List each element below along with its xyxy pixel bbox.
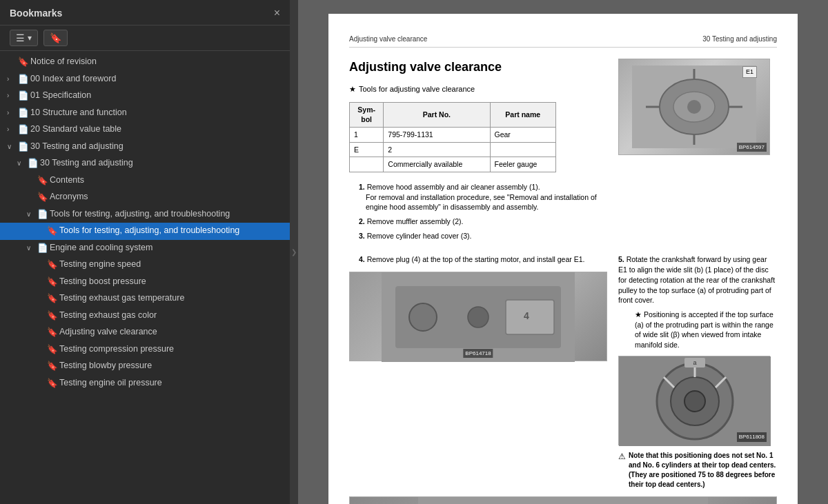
- tree-item-exhaust-temp[interactable]: 🔖 Testing exhaust gas temperature: [0, 290, 290, 308]
- chevron-right-icon: ›: [7, 108, 17, 118]
- svg-point-17: [684, 391, 705, 412]
- tree-item-30-sub[interactable]: ∨ 📄 30 Testing and adjusting: [0, 155, 290, 172]
- image-badge-1: BP614597: [737, 143, 767, 152]
- page-icon: 📄: [18, 90, 28, 103]
- tree-item-label: 30 Testing and adjusting: [40, 157, 286, 170]
- cell-partno: Commercially available: [384, 157, 490, 172]
- tree-item-engine-speed[interactable]: 🔖 Testing engine speed: [0, 256, 290, 274]
- step5-right-col: 5. Rotate the crankshaft forward by usin…: [618, 254, 777, 489]
- document-container[interactable]: Adjusting valve clearance 30 Testing and…: [298, 0, 828, 504]
- tree-item-engine-oil[interactable]: 🔖 Testing engine oil pressure: [0, 375, 290, 392]
- cell-partno: 2: [384, 142, 490, 157]
- bookmark-icon: 🔖: [37, 192, 47, 204]
- svg-text:4: 4: [524, 310, 529, 321]
- tree-item-label: Testing exhaust gas color: [59, 310, 286, 322]
- svg-rect-12: [506, 300, 554, 334]
- gear-image: BP614597 E1: [618, 59, 770, 155]
- bullet-list: ★ Positioning is accepted if the top sur…: [628, 310, 777, 350]
- chevron-down-icon: ∨: [26, 243, 36, 253]
- page-icon: 📄: [18, 141, 28, 154]
- svg-point-10: [409, 303, 437, 331]
- gear-svg: [632, 65, 756, 148]
- tree-item-exhaust-color[interactable]: 🔖 Testing exhaust gas color: [0, 308, 290, 325]
- page-icon: 📄: [18, 108, 28, 120]
- chevron-down-icon: ∨: [7, 142, 17, 152]
- bookmark-icon: 🔖: [47, 361, 57, 373]
- crank-image: a BP611808: [618, 356, 770, 445]
- close-icon[interactable]: ×: [274, 7, 280, 19]
- bookmarks-header: Bookmarks ×: [0, 0, 290, 26]
- page-icon: 📄: [28, 158, 37, 170]
- cell-partname: Gear: [490, 127, 556, 142]
- step-1: 1. Remove hood assembly and air cleaner …: [359, 182, 607, 212]
- tree-item-label: Acronyms: [50, 191, 286, 203]
- bookmark-icon: 🔖: [37, 175, 47, 188]
- step4-list: 4. Remove plug (4) at the top of the sta…: [349, 254, 607, 265]
- tree-item-compression[interactable]: 🔖 Testing compression pressure: [0, 341, 290, 359]
- tree-item-label: Testing engine speed: [59, 259, 286, 271]
- tree-item-label: 30 Testing and adjusting: [30, 141, 286, 153]
- tree-item-20-std[interactable]: › 📄 20 Standard value table: [0, 121, 290, 139]
- tree-item-label: Testing exhaust gas temperature: [59, 292, 286, 305]
- list-icon: ☰: [16, 32, 25, 43]
- tree-item-engine-cooling[interactable]: ∨ 📄 Engine and cooling system: [0, 240, 290, 257]
- mid-image-badge: BP614718: [463, 349, 493, 358]
- cell-partno: 795-799-1131: [384, 127, 490, 142]
- tree-item-label: 01 Specification: [30, 90, 286, 102]
- chevron-right-icon: ›: [7, 74, 17, 84]
- svg-text:a: a: [693, 359, 696, 366]
- list-view-button[interactable]: ☰ ▾: [10, 30, 38, 46]
- tree-item-00-index[interactable]: › 📄 00 Index and foreword: [0, 71, 290, 88]
- page-header: Adjusting valve clearance 30 Testing and…: [349, 34, 777, 48]
- table-row: Commercially available Feeler gauge: [350, 157, 556, 172]
- tree-item-tools-group[interactable]: ∨ 📄 Tools for testing, adjusting, and tr…: [0, 206, 290, 223]
- cell-symbol: E: [350, 142, 384, 157]
- tree-item-acronyms[interactable]: 🔖 Acronyms: [0, 189, 290, 206]
- page-icon: 📄: [37, 243, 47, 255]
- tree-item-valve-clearance[interactable]: 🔖 Adjusting valve clearance: [0, 324, 290, 341]
- tree-item-label: Notice of revision: [30, 56, 286, 68]
- bookmark-icon: 🔖: [47, 310, 57, 323]
- title-section: Adjusting valve clearance ★ Tools for ad…: [349, 59, 777, 248]
- resize-handle-icon: ❯: [291, 248, 297, 256]
- bookmarks-panel: Bookmarks × ☰ ▾ 🔖 🔖 Notice of revision ›…: [0, 0, 290, 504]
- svg-point-7: [687, 100, 701, 114]
- tree-item-boost-pressure[interactable]: 🔖 Testing boost pressure: [0, 274, 290, 291]
- tools-section-label: ★ Tools for adjusting valve clearance: [349, 84, 607, 94]
- tree-item-notice[interactable]: 🔖 Notice of revision: [0, 54, 290, 71]
- document-panel: Adjusting valve clearance 30 Testing and…: [298, 0, 828, 504]
- bookmark-view-button[interactable]: 🔖: [43, 30, 68, 46]
- page-header-left: Adjusting valve clearance: [349, 34, 427, 44]
- tree-item-contents[interactable]: 🔖 Contents: [0, 172, 290, 190]
- right-images: BP614597 E1: [618, 59, 777, 248]
- table-row: E 2: [350, 142, 556, 157]
- chevron-down-icon: ∨: [26, 210, 36, 219]
- svg-point-11: [468, 307, 489, 327]
- bookmark-icon: 🔖: [47, 344, 57, 356]
- tree-item-30-top[interactable]: ∨ 📄 30 Testing and adjusting: [0, 139, 290, 156]
- list-dropdown-icon: ▾: [28, 33, 32, 43]
- cell-symbol: 1: [350, 127, 384, 142]
- tree-item-label: Testing boost pressure: [59, 276, 286, 288]
- bullet-item-1: ★ Positioning is accepted if the top sur…: [635, 310, 777, 350]
- svg-rect-23: [418, 497, 708, 504]
- bookmark-tree: 🔖 Notice of revision › 📄 00 Index and fo…: [0, 51, 290, 504]
- left-content: Adjusting valve clearance ★ Tools for ad…: [349, 59, 607, 248]
- step-1-sub: For removal and installation procedure, …: [366, 192, 607, 212]
- resize-handle[interactable]: ❯: [290, 0, 298, 504]
- page-icon: 📄: [18, 74, 28, 86]
- chevron-right-icon: ›: [7, 125, 17, 134]
- page-header-right: 30 Testing and adjusting: [702, 34, 777, 44]
- step-2: 2. Remove muffler assembly (2).: [359, 216, 607, 227]
- tree-item-label: Tools for testing, adjusting, and troubl…: [59, 225, 286, 237]
- tree-item-tools-active[interactable]: 🔖 Tools for testing, adjusting, and trou…: [0, 223, 290, 240]
- tree-item-10-struct[interactable]: › 📄 10 Structure and function: [0, 105, 290, 122]
- steps-list: 1. Remove hood assembly and air cleaner …: [349, 182, 607, 241]
- bookmark-icon: 🔖: [47, 225, 57, 238]
- tree-item-blowby[interactable]: 🔖 Testing blowby pressure: [0, 358, 290, 375]
- tree-item-01-spec[interactable]: › 📄 01 Specification: [0, 88, 290, 105]
- tree-item-label: 10 Structure and function: [30, 107, 286, 119]
- chevron-down-icon: ∨: [17, 159, 26, 168]
- bookmark-icon: 🔖: [47, 378, 57, 390]
- toolbar-row: ☰ ▾ 🔖: [0, 26, 290, 51]
